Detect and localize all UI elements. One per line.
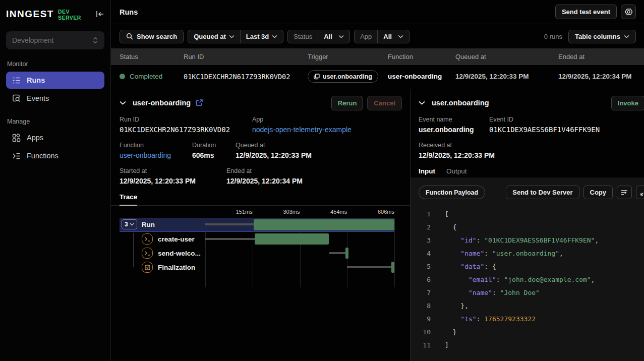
queue-duration-line bbox=[205, 238, 255, 240]
line-number: 8 bbox=[419, 302, 431, 310]
select-updown-icon bbox=[92, 37, 98, 44]
external-link-icon[interactable] bbox=[196, 99, 203, 106]
table-columns-dropdown[interactable]: Table columns bbox=[568, 30, 636, 43]
code-line: 2 { bbox=[419, 220, 644, 233]
code-line: 3 "id": "01KC1DEX9AESS6BF1V46FFK9EN", bbox=[419, 233, 644, 247]
send-to-dev-server-button[interactable]: Send to Dev Server bbox=[506, 186, 579, 199]
queued-at-dropdown[interactable]: Queued at bbox=[188, 30, 240, 43]
environment-select-value: Development bbox=[12, 36, 54, 44]
trigger-pill[interactable]: user.onboarding bbox=[308, 70, 378, 83]
function-link[interactable]: user-onboarding bbox=[120, 151, 192, 159]
span-duration-bar[interactable] bbox=[255, 233, 329, 245]
line-number: 9 bbox=[419, 315, 431, 323]
apps-grid-icon bbox=[12, 134, 21, 142]
column-header: Function bbox=[388, 53, 455, 61]
line-number: 7 bbox=[419, 289, 431, 296]
sidebar-item-events[interactable]: Events bbox=[6, 90, 104, 107]
terminal-step-icon bbox=[142, 248, 153, 259]
span-duration-bar[interactable] bbox=[254, 219, 394, 230]
span-duration-bar[interactable] bbox=[345, 248, 348, 259]
ended-at-field: Ended at 12/9/2025, 12:20:34 PM bbox=[226, 167, 303, 185]
sidebar: INNGEST DEV SERVER Development Monitor R… bbox=[0, 0, 111, 361]
show-search-button[interactable]: Show search bbox=[120, 30, 184, 43]
function-payload-badge[interactable]: Function Payload bbox=[419, 186, 485, 199]
trace-row-finalization[interactable]: Finalization bbox=[120, 260, 394, 274]
line-number: 6 bbox=[419, 276, 431, 283]
column-header: Queued at bbox=[455, 53, 558, 61]
rerun-button[interactable]: Rerun bbox=[331, 96, 364, 110]
chevron-down-icon[interactable] bbox=[419, 101, 425, 105]
code-line: 6 "email": "john.doe@example.com", bbox=[419, 273, 644, 286]
tick-label: 303ms bbox=[271, 209, 300, 215]
code-line: 10 } bbox=[419, 325, 644, 338]
search-icon bbox=[126, 33, 133, 40]
word-wrap-button[interactable] bbox=[617, 186, 632, 199]
collapse-sidebar-icon[interactable] bbox=[96, 10, 104, 18]
line-number: 10 bbox=[419, 328, 431, 336]
chevron-down-icon[interactable] bbox=[120, 101, 126, 105]
trace-time-axis: 151ms303ms454ms606ms bbox=[120, 207, 410, 218]
sidebar-item-label: Runs bbox=[27, 76, 45, 84]
time-filter-group: Queued at Last 3d bbox=[188, 30, 283, 43]
trace-row-timeline bbox=[205, 218, 394, 231]
event-stack-icon bbox=[314, 74, 320, 80]
duration-field: Duration 606ms bbox=[192, 142, 236, 159]
line-number: 3 bbox=[419, 236, 431, 244]
step-count-collapse-badge[interactable]: 3 bbox=[122, 219, 137, 229]
run-id-value: 01KC1DEXCHR2N617Z93RK0VD02 bbox=[120, 126, 252, 134]
trace-row-create-user[interactable]: create-user bbox=[120, 232, 394, 246]
tick-label: 151ms bbox=[223, 209, 253, 215]
status-filter-dropdown[interactable]: All bbox=[318, 30, 349, 43]
main-content: Runs Send test event Show search bbox=[111, 0, 644, 361]
trace-row-timeline bbox=[205, 260, 394, 274]
sidebar-item-runs[interactable]: Runs bbox=[6, 72, 104, 89]
invoke-button[interactable]: Invoke bbox=[611, 96, 644, 110]
payload-json-code[interactable]: 1[2 {3 "id": "01KC1DEX9AESS6BF1V46FFK9EN… bbox=[411, 207, 644, 351]
tab-trace[interactable]: Trace bbox=[120, 193, 137, 205]
chevron-down-icon bbox=[398, 35, 403, 38]
queue-duration-line bbox=[205, 223, 254, 225]
manage-section-label: Manage bbox=[7, 118, 104, 125]
trace-row-label: Run bbox=[142, 221, 155, 228]
code-line: 1[ bbox=[419, 207, 644, 220]
time-range-dropdown[interactable]: Last 3d bbox=[241, 30, 283, 43]
trace-row-run[interactable]: 3Run bbox=[120, 218, 394, 232]
app-filter-label: App bbox=[355, 30, 377, 43]
line-number: 4 bbox=[419, 250, 431, 257]
status-dot bbox=[120, 74, 125, 79]
sidebar-item-label: Events bbox=[27, 94, 49, 102]
table-row[interactable]: Completed 01KC1DEXCHR2N617Z93RK0VD02 use… bbox=[111, 65, 644, 88]
functions-icon bbox=[12, 152, 21, 160]
cancel-button[interactable]: Cancel bbox=[367, 96, 402, 110]
sidebar-item-functions[interactable]: Functions bbox=[6, 147, 104, 164]
code-line: 7 "name": "John Doe" bbox=[419, 286, 644, 299]
settings-button[interactable] bbox=[621, 5, 636, 19]
terminal-step-icon bbox=[142, 233, 153, 245]
tick-label: 454ms bbox=[318, 209, 347, 215]
queue-duration-line bbox=[329, 252, 345, 254]
trace-waterfall: 151ms303ms454ms606ms 3Runcreate-usersend… bbox=[111, 207, 410, 274]
copy-button[interactable]: Copy bbox=[583, 186, 613, 199]
app-filter-dropdown[interactable]: All bbox=[378, 30, 409, 43]
queued-at-field: Queued at 12/9/2025, 12:20:33 PM bbox=[236, 142, 312, 159]
send-test-event-button[interactable]: Send test event bbox=[555, 5, 617, 19]
inngest-logo: INNGEST bbox=[6, 9, 54, 20]
environment-select[interactable]: Development bbox=[6, 31, 104, 49]
span-duration-bar[interactable] bbox=[391, 262, 394, 273]
app-filter-group: App All bbox=[354, 30, 409, 43]
runs-list-icon bbox=[12, 77, 21, 84]
trace-row-send-welco-[interactable]: send-welco... bbox=[120, 246, 394, 260]
table-header: StatusRun IDTriggerFunctionQueued atEnde… bbox=[111, 48, 644, 65]
expand-button[interactable] bbox=[636, 186, 644, 199]
sidebar-item-apps[interactable]: Apps bbox=[6, 129, 104, 146]
trace-row-name: Finalization bbox=[120, 260, 205, 274]
started-at-field: Started at 12/9/2025, 12:20:33 PM bbox=[120, 167, 226, 185]
event-search-icon bbox=[12, 94, 21, 102]
filter-bar: Show search Queued at Last 3d Status All… bbox=[111, 24, 644, 48]
queue-duration-line bbox=[347, 266, 392, 268]
app-link[interactable]: nodejs-open-telemetry-example bbox=[252, 126, 352, 134]
status-filter-label: Status bbox=[288, 30, 318, 43]
column-header: Run ID bbox=[184, 53, 308, 61]
page-title: Runs bbox=[120, 8, 138, 16]
payload-section: Function Payload Send to Dev Server Copy bbox=[411, 177, 644, 361]
